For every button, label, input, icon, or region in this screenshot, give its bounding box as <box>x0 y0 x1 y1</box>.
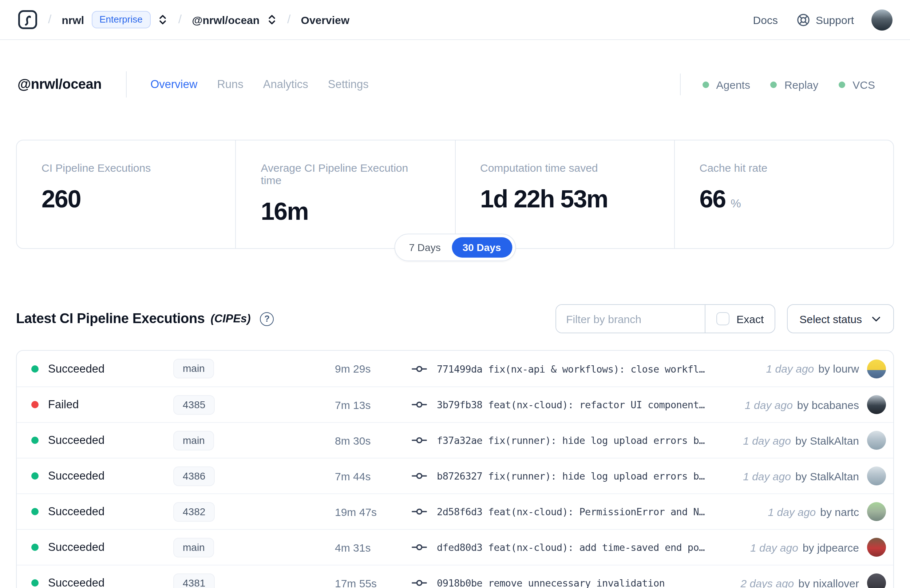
stat-card: Computation time saved1d 22h 53m <box>455 141 674 248</box>
tab-settings[interactable]: Settings <box>328 78 369 91</box>
tab-analytics[interactable]: Analytics <box>263 78 308 91</box>
status-label: Succeeded <box>48 505 105 518</box>
indicator-label: Replay <box>784 78 818 90</box>
status-label: Succeeded <box>48 541 105 554</box>
support-label: Support <box>816 13 854 26</box>
cipe-row[interactable]: Succeeded main 4m 31s dfed80d3 feat(nx-c… <box>17 529 893 565</box>
branch-filter-group: Exact <box>555 304 775 333</box>
author-name: by lourw <box>818 362 859 375</box>
time-ago: 1 day ago <box>743 434 791 446</box>
git-commit-icon <box>411 539 427 555</box>
stats-cards: CI Pipeline Executions260Average CI Pipe… <box>16 140 894 249</box>
branch-cell: main <box>173 359 260 378</box>
indicator-replay[interactable]: Replay <box>771 78 818 90</box>
exact-toggle[interactable]: Exact <box>705 305 774 333</box>
commit-message: f37a32ae fix(runner): hide log upload er… <box>437 435 705 446</box>
git-commit-icon <box>411 432 427 448</box>
author-cell: 1 day ago by lourw <box>766 359 894 378</box>
author-avatar <box>867 573 886 588</box>
cipes-title: Latest CI Pipeline Executions <box>16 311 205 327</box>
tab-runs[interactable]: Runs <box>217 78 243 91</box>
stat-value: 260 <box>42 186 211 211</box>
author-cell: 1 day ago by jdpearce <box>750 538 893 557</box>
stat-number: 16m <box>261 197 308 225</box>
status-cell: Succeeded <box>17 541 173 554</box>
docs-link[interactable]: Docs <box>753 13 778 26</box>
range-option-30-days[interactable]: 30 Days <box>452 237 512 258</box>
green-status-dot <box>771 81 777 88</box>
range-option-7-days[interactable]: 7 Days <box>398 237 451 258</box>
status-dot <box>31 365 39 372</box>
tab-overview[interactable]: Overview <box>150 78 197 91</box>
author-name: by nixallover <box>798 577 859 588</box>
status-cell: Succeeded <box>17 469 173 483</box>
time-ago: 1 day ago <box>745 399 793 411</box>
breadcrumb-separator: / <box>178 12 182 27</box>
status-label: Succeeded <box>48 362 105 375</box>
author-cell: 2 days ago by nixallover <box>740 573 893 588</box>
status-dot <box>31 544 39 551</box>
exact-checkbox[interactable] <box>716 312 729 325</box>
cipe-row[interactable]: Succeeded 4386 7m 44s b8726327 fix(runne… <box>17 458 893 493</box>
stat-value: 66% <box>700 186 869 211</box>
branch-cell: 4382 <box>173 502 260 522</box>
lifebuoy-icon <box>797 13 811 27</box>
branch-filter-input[interactable] <box>556 305 704 333</box>
branch-cell: main <box>173 538 260 557</box>
user-avatar[interactable] <box>871 9 892 30</box>
commit-message: b8726327 fix(runner): hide log upload er… <box>437 470 705 482</box>
status-dot <box>31 579 39 586</box>
workspace-switcher-chevron-icon[interactable] <box>266 14 277 26</box>
cipe-row[interactable]: Failed 4385 7m 13s 3b79fb38 feat(nx-clou… <box>17 386 893 422</box>
status-dot <box>31 401 39 408</box>
help-icon[interactable]: ? <box>260 312 274 326</box>
breadcrumb-separator: / <box>287 12 291 27</box>
date-range-toggle: 7 Days30 Days <box>394 234 516 261</box>
branch-cell: 4381 <box>173 573 260 588</box>
time-ago: 1 day ago <box>766 362 814 375</box>
cipes-title-suffix: (CIPEs) <box>210 312 251 325</box>
author-name: by StalkAltan <box>795 470 859 482</box>
commit-cell: 771499da fix(nx-api & workflows): close … <box>411 360 766 376</box>
support-link[interactable]: Support <box>797 13 854 27</box>
duration-cell: 8m 30s <box>335 434 411 446</box>
indicator-agents[interactable]: Agents <box>703 78 750 90</box>
author-avatar <box>867 359 886 378</box>
cipe-row[interactable]: Succeeded 4381 17m 55s 0918b0be remove u… <box>17 565 893 588</box>
commit-cell: dfed80d3 feat(nx-cloud): add time-saved … <box>411 539 750 555</box>
breadcrumb-workspace[interactable]: @nrwl/ocean <box>192 13 260 26</box>
author-avatar <box>867 467 886 485</box>
stat-value: 16m <box>261 199 430 223</box>
org-switcher-chevron-icon[interactable] <box>157 14 168 26</box>
commit-cell: b8726327 fix(runner): hide log upload er… <box>411 468 743 484</box>
status-label: Succeeded <box>48 577 105 588</box>
stats-section: CI Pipeline Executions260Average CI Pipe… <box>16 140 894 249</box>
stat-label: Average CI Pipeline Execution time <box>261 162 430 186</box>
status-label: Succeeded <box>48 469 105 483</box>
stat-number: 66 <box>700 185 726 213</box>
author-cell: 1 day ago by nartc <box>768 502 894 521</box>
enterprise-badge[interactable]: Enterprise <box>91 11 151 28</box>
nx-cloud-logo-icon[interactable] <box>18 10 38 30</box>
status-cell: Succeeded <box>17 434 173 447</box>
stat-card: CI Pipeline Executions260 <box>17 141 236 248</box>
docs-label: Docs <box>753 13 778 26</box>
branch-chip: main <box>173 359 214 378</box>
stat-value: 1d 22h 53m <box>480 186 650 211</box>
branch-chip: 4385 <box>173 395 215 414</box>
breadcrumb-org[interactable]: nrwl <box>61 13 84 26</box>
indicator-vcs[interactable]: VCS <box>839 78 875 90</box>
cipe-row[interactable]: Succeeded main 8m 30s f37a32ae fix(runne… <box>17 422 893 458</box>
git-commit-icon <box>411 575 427 588</box>
stat-unit: % <box>731 197 741 210</box>
branch-cell: main <box>173 430 260 450</box>
cipe-row[interactable]: Succeeded main 9m 29s 771499da fix(nx-ap… <box>17 351 893 386</box>
time-ago: 1 day ago <box>768 506 816 518</box>
branch-chip: main <box>173 430 214 450</box>
cipe-row[interactable]: Succeeded 4382 19m 47s 2d58f6d3 feat(nx-… <box>17 493 893 529</box>
status-cell: Failed <box>17 398 173 411</box>
commit-message: 3b79fb38 feat(nx-cloud): refactor UI com… <box>437 399 705 410</box>
cipe-table: Succeeded main 9m 29s 771499da fix(nx-ap… <box>16 350 894 588</box>
select-status-button[interactable]: Select status <box>787 304 894 333</box>
divider <box>126 71 126 97</box>
